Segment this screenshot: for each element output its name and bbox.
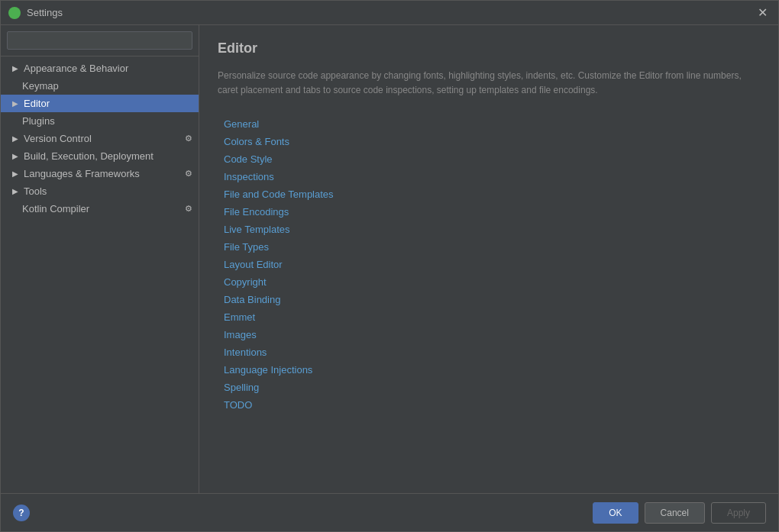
expand-arrow-icon: ▶ [10,98,21,109]
sub-item-link[interactable]: File Encodings [224,204,760,220]
sidebar-item-label: Languages & Frameworks [24,168,140,179]
sub-item-link[interactable]: Emmet [224,309,760,325]
expand-arrow-icon: ▶ [10,186,21,197]
title-bar: Settings ✕ [1,1,778,25]
sidebar-item-appearance-behavior[interactable]: ▶ Appearance & Behavior [1,60,199,77]
footer-left: ? [13,505,30,521]
sidebar-item-plugins[interactable]: Plugins [1,112,199,130]
sub-item-link[interactable]: Spelling [224,379,760,395]
sidebar-item-version-control[interactable]: ▶ Version Control ⚙ [1,130,199,147]
panel-title: Editor [218,40,760,56]
search-box [1,25,199,56]
footer: ? OK Cancel Apply [1,493,778,531]
sub-items-list: GeneralColors & FontsCode StyleInspectio… [218,116,760,413]
sidebar-item-label: Appearance & Behavior [24,63,128,74]
sidebar-item-label: Plugins [22,115,55,127]
expand-arrow-icon: ▶ [10,63,21,74]
sub-item-link[interactable]: Copyright [224,274,760,290]
sub-item-link[interactable]: General [224,116,760,132]
main-content: ▶ Appearance & Behavior Keymap ▶ Editor … [1,25,778,493]
settings-dialog: Settings ✕ ▶ Appearance & Behavior Keyma… [0,0,779,532]
right-panel: Editor Personalize source code appearanc… [199,25,778,493]
help-button[interactable]: ? [13,505,30,521]
sub-item-link[interactable]: Inspections [224,169,760,185]
sidebar-item-label: Kotlin Compiler [22,203,89,214]
expand-arrow-icon: ▶ [10,151,21,162]
sub-item-link[interactable]: Layout Editor [224,256,760,272]
sidebar-item-build-execution-deployment[interactable]: ▶ Build, Execution, Deployment [1,147,199,165]
panel-description: Personalize source code appearance by ch… [218,69,760,98]
dialog-title: Settings [27,7,63,18]
apply-button[interactable]: Apply [711,502,766,524]
sub-item-link[interactable]: File and Code Templates [224,186,760,202]
sidebar-item-editor[interactable]: ▶ Editor [1,95,199,112]
footer-buttons: OK Cancel Apply [593,502,766,524]
sub-item-link[interactable]: Colors & Fonts [224,134,760,150]
settings-icon: ⚙ [185,204,192,214]
app-icon [8,7,21,19]
sub-item-link[interactable]: File Types [224,239,760,255]
sidebar-item-label: Tools [24,185,47,197]
ok-button[interactable]: OK [593,502,638,524]
cancel-button[interactable]: Cancel [645,502,705,524]
nav-tree: ▶ Appearance & Behavior Keymap ▶ Editor … [1,56,199,493]
sub-item-link[interactable]: Images [224,327,760,343]
sub-item-link[interactable]: Data Binding [224,292,760,308]
sidebar-item-label: Build, Execution, Deployment [24,150,154,162]
sub-item-link[interactable]: Intentions [224,344,760,360]
sub-item-link[interactable]: Live Templates [224,221,760,237]
settings-icon: ⚙ [185,134,192,143]
sub-item-link[interactable]: TODO [224,397,760,413]
search-input[interactable] [7,31,192,50]
settings-icon: ⚙ [185,169,192,179]
sub-item-link[interactable]: Language Injections [224,362,760,378]
sidebar: ▶ Appearance & Behavior Keymap ▶ Editor … [1,25,199,493]
sidebar-item-label: Version Control [24,133,92,144]
sidebar-item-keymap[interactable]: Keymap [1,77,199,95]
close-button[interactable]: ✕ [755,5,771,21]
sidebar-item-label: Editor [24,98,50,109]
title-bar-left: Settings [8,7,63,19]
sidebar-item-label: Keymap [22,80,59,92]
expand-arrow-icon: ▶ [10,169,21,179]
sidebar-item-languages-frameworks[interactable]: ▶ Languages & Frameworks ⚙ [1,165,199,182]
expand-arrow-icon: ▶ [10,134,21,144]
sub-item-link[interactable]: Code Style [224,151,760,167]
sidebar-item-tools[interactable]: ▶ Tools [1,182,199,200]
sidebar-item-kotlin-compiler[interactable]: Kotlin Compiler ⚙ [1,200,199,218]
